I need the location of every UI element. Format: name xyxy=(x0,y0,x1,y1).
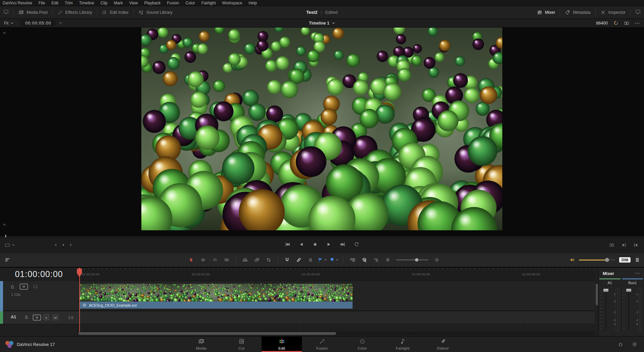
dual-viewer-icon[interactable] xyxy=(624,21,629,26)
zoom-out-button[interactable] xyxy=(383,255,393,265)
project-manager-icon[interactable] xyxy=(618,342,623,347)
chevron-down-icon[interactable] xyxy=(12,243,15,247)
previous-keyframe-icon[interactable] xyxy=(54,243,58,247)
menu-file[interactable]: File xyxy=(39,1,45,5)
auto-select-toggle[interactable] xyxy=(33,315,41,320)
menu-playback[interactable]: Playback xyxy=(144,1,160,5)
play-reverse-button[interactable] xyxy=(299,242,304,248)
right-panel-toggle-button[interactable] xyxy=(635,9,641,16)
menu-view[interactable]: View xyxy=(129,1,138,5)
jump-to-out-icon[interactable] xyxy=(3,223,7,227)
metadata-button[interactable]: Metadata xyxy=(565,10,590,15)
menu-trim[interactable]: Trim xyxy=(65,1,73,5)
blade-mode-button[interactable] xyxy=(222,255,231,265)
timeline-vertical-scrollbar[interactable] xyxy=(596,284,598,305)
replace-clip-button[interactable] xyxy=(264,255,273,265)
meters-icon[interactable] xyxy=(635,257,640,263)
monitor-volume-slider[interactable] xyxy=(579,255,615,265)
inspector-button[interactable]: Inspector xyxy=(600,10,626,15)
edit-index-button[interactable]: Edit Index xyxy=(102,10,129,15)
left-panel-toggle-button[interactable] xyxy=(3,9,9,16)
tab-deliver[interactable]: Deliver xyxy=(423,337,463,352)
zoom-custom-button[interactable] xyxy=(371,255,381,265)
menu-help[interactable]: Help xyxy=(248,1,257,5)
insert-clip-button[interactable] xyxy=(240,255,250,265)
menu-mark[interactable]: Mark xyxy=(114,1,123,5)
timeline-horizontal-scrollbar[interactable] xyxy=(78,332,336,335)
timeline-selector[interactable]: Timeline 1 xyxy=(309,21,335,26)
tab-media[interactable]: Media xyxy=(181,337,221,352)
effects-library-button[interactable]: Effects Library xyxy=(57,10,92,15)
tab-edit[interactable]: Edit xyxy=(262,337,302,352)
snapping-button[interactable] xyxy=(282,255,292,265)
tab-cut[interactable]: Cut xyxy=(221,337,262,352)
viewer-options-icon[interactable] xyxy=(635,21,640,26)
zoom-in-button[interactable] xyxy=(432,255,442,265)
channel-fader[interactable] xyxy=(626,288,631,330)
timeline-view-options-icon[interactable] xyxy=(5,257,10,263)
next-keyframe-icon[interactable] xyxy=(68,243,73,247)
menu-edit[interactable]: Edit xyxy=(51,1,58,5)
next-edit-icon[interactable] xyxy=(621,242,627,248)
skip-start-button[interactable] xyxy=(285,242,290,248)
timeline-zoom-slider[interactable] xyxy=(396,255,428,265)
tab-fusion[interactable]: Fusion xyxy=(302,337,342,352)
select-mode-button[interactable] xyxy=(187,255,196,265)
tab-color[interactable]: Color xyxy=(342,337,382,352)
sound-library-button[interactable]: Sound Library xyxy=(138,10,173,15)
menu-timeline[interactable]: Timeline xyxy=(79,1,94,5)
link-clips-button[interactable] xyxy=(294,255,304,265)
position-lock-button[interactable] xyxy=(306,255,315,265)
audio-track-header[interactable]: A1 S M 2.0 xyxy=(0,311,78,324)
menu-davinci-resolve[interactable]: DaVinci Resolve xyxy=(3,1,32,5)
speaker-icon[interactable] xyxy=(569,257,575,263)
timeline-ruler[interactable] xyxy=(78,268,595,281)
range-selection-icon[interactable] xyxy=(5,242,10,248)
settings-gear-icon[interactable] xyxy=(632,342,637,347)
mixer-button[interactable]: Mixer xyxy=(537,10,555,15)
dynamic-trim-button[interactable] xyxy=(210,255,220,265)
solo-button[interactable]: S xyxy=(44,315,49,320)
track-lock-icon[interactable] xyxy=(10,284,15,289)
gang-indicator-icon[interactable] xyxy=(59,21,62,25)
overwrite-clip-button[interactable] xyxy=(252,255,262,265)
media-pool-button[interactable]: Media Pool xyxy=(18,10,48,15)
audio-track-lane[interactable] xyxy=(78,311,595,324)
jump-to-in-icon[interactable] xyxy=(3,31,7,35)
fader-knob[interactable] xyxy=(603,289,608,292)
video-track-header[interactable]: 1 Clip xyxy=(0,281,78,311)
fader-knob[interactable] xyxy=(626,289,631,292)
flag-button[interactable] xyxy=(318,255,327,265)
channel-fader[interactable] xyxy=(603,288,608,330)
match-frame-icon[interactable] xyxy=(633,242,639,248)
trim-mode-button[interactable] xyxy=(198,255,208,265)
stop-button[interactable] xyxy=(313,242,318,248)
resize-viewer-icon[interactable] xyxy=(609,242,614,248)
viewer-scrub-bar[interactable] xyxy=(0,236,644,237)
dim-button[interactable]: DIM xyxy=(619,257,631,263)
auto-select-toggle[interactable] xyxy=(20,284,28,289)
resolve-fx-icon[interactable] xyxy=(613,21,618,26)
tab-fairlight[interactable]: Fairlight xyxy=(382,337,423,352)
menu-fusion[interactable]: Fusion xyxy=(167,1,179,5)
mute-button[interactable]: M xyxy=(53,315,58,320)
menu-clip[interactable]: Clip xyxy=(100,1,107,5)
skip-end-button[interactable] xyxy=(340,242,346,248)
menu-color[interactable]: Color xyxy=(185,1,195,5)
marker-button[interactable] xyxy=(329,255,339,265)
loop-button[interactable] xyxy=(354,242,359,248)
zoom-full-button[interactable] xyxy=(348,255,357,265)
menu-fairlight[interactable]: Fairlight xyxy=(201,1,216,5)
zoom-slider-knob[interactable] xyxy=(415,258,418,262)
zoom-detail-button[interactable] xyxy=(360,255,369,265)
track-lock-icon[interactable] xyxy=(24,315,29,319)
play-button[interactable] xyxy=(326,242,332,248)
clip-filmstrip[interactable] xyxy=(80,284,353,302)
track-display-icon[interactable] xyxy=(33,284,38,289)
volume-knob[interactable] xyxy=(605,258,609,262)
viewer-timecode[interactable]: 00:00:05:00 xyxy=(21,20,55,26)
menu-workspace[interactable]: Workspace xyxy=(222,1,242,5)
keyframe-icon[interactable] xyxy=(61,243,65,247)
timeline-clip[interactable]: ACEScg_OCIO_Example.exr xyxy=(80,302,353,309)
viewer-zoom-select[interactable]: Fit xyxy=(4,21,14,26)
